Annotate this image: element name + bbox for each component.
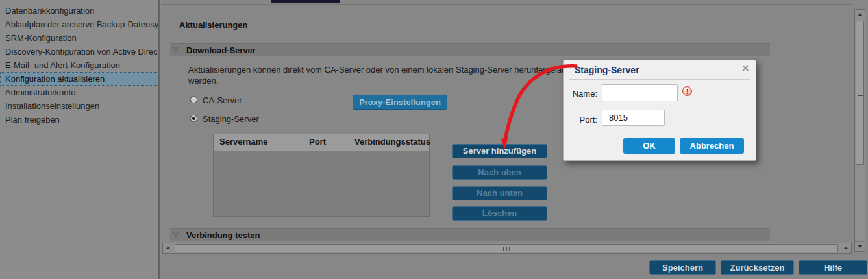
scroll-up-arrow-icon[interactable]: ▲	[855, 10, 865, 19]
radio-label: CA-Server	[203, 95, 242, 105]
column-header-verbindungsstatus: Verbindungsstatus	[354, 137, 430, 147]
staging-server-table: Servername Port Verbindungsstatus	[213, 134, 430, 217]
sidebar-item-installationseinstellungen[interactable]: Installationseinstellungen	[0, 99, 158, 113]
section-label: Verbindung testen	[186, 230, 260, 240]
add-server-button[interactable]: Server hinzufügen	[452, 144, 547, 158]
section-header-verbindung-testen[interactable]: ▽ Verbindung testen	[170, 228, 770, 241]
vertical-scrollbar[interactable]: ▲ ▼	[854, 9, 865, 252]
vertical-scrollbar-thumb[interactable]	[856, 21, 864, 165]
collapse-triangle-icon: ▽	[173, 230, 179, 237]
port-field-label: Port:	[567, 115, 597, 125]
ok-button[interactable]: OK	[623, 138, 675, 154]
close-icon[interactable]: ×	[741, 62, 750, 74]
staging-server-dialog: Staging-Server × Name: ! Port: OK Abbrec…	[563, 60, 756, 161]
delete-server-button[interactable]: Löschen	[452, 206, 547, 221]
section-header-download-server[interactable]: ▽ Download-Server	[170, 43, 770, 56]
top-tab-remnant	[271, 0, 340, 3]
port-input[interactable]	[602, 110, 665, 126]
sidebar-item-ablaufplan[interactable]: Ablaufplan der arcserve Backup-Datensync	[0, 18, 158, 31]
name-input[interactable]	[602, 84, 678, 101]
sidebar-item-discovery-konfiguration[interactable]: Discovery-Konfiguration von Active Direc…	[0, 45, 158, 58]
dialog-title: Staging-Server	[575, 65, 639, 75]
reset-button[interactable]: Zurücksetzen	[721, 260, 794, 275]
dialog-separator	[569, 79, 750, 80]
proxy-settings-button[interactable]: Proxy-Einstellungen	[353, 95, 447, 110]
radio-circle-icon	[190, 96, 197, 103]
name-field-label: Name:	[567, 89, 597, 99]
content-top-border	[161, 4, 852, 5]
horizontal-scrollbar-thumb[interactable]	[175, 244, 838, 252]
help-button[interactable]: Hilfe	[799, 260, 867, 275]
scroll-down-arrow-icon[interactable]: ▼	[855, 241, 865, 251]
sidebar-item-datenbankkonfiguration[interactable]: Datenbankkonfiguration	[0, 4, 158, 18]
radio-circle-selected-icon	[190, 115, 197, 122]
horizontal-scrollbar[interactable]: ◄ ►	[162, 243, 852, 254]
move-up-button[interactable]: Nach oben	[452, 165, 547, 180]
download-server-description: Aktualisierungen können direkt vom CA-Se…	[188, 64, 591, 86]
cancel-button[interactable]: Abbrechen	[680, 138, 744, 154]
move-down-button[interactable]: Nach unten	[452, 186, 547, 200]
config-sidebar: Datenbankkonfiguration Ablaufplan der ar…	[0, 0, 160, 279]
radio-label: Staging-Server	[203, 114, 259, 124]
validation-error-icon: !	[682, 86, 692, 96]
sidebar-item-konfiguration-aktualisieren[interactable]: Konfiguration aktualisieren	[0, 72, 158, 86]
table-header-row: Servername Port Verbindungsstatus	[214, 134, 429, 151]
sidebar-list: Datenbankkonfiguration Ablaufplan der ar…	[0, 0, 158, 127]
sidebar-item-email-alert[interactable]: E-Mail- und Alert-Konfiguration	[0, 58, 158, 72]
scrollbar-grip	[858, 90, 863, 96]
section-label: Download-Server	[186, 45, 256, 55]
scrollbar-grip	[503, 247, 510, 251]
column-header-servername: Servername	[219, 137, 267, 147]
scroll-left-arrow-icon[interactable]: ◄	[163, 243, 173, 253]
save-button[interactable]: Speichern	[649, 260, 716, 275]
sidebar-item-administratorkonto[interactable]: Administratorkonto	[0, 86, 158, 99]
scroll-right-arrow-icon[interactable]: ►	[841, 243, 851, 253]
page-title: Aktualisierungen	[179, 20, 247, 30]
app-window: Datenbankkonfiguration Ablaufplan der ar…	[0, 0, 868, 279]
sidebar-item-srm-konfiguration[interactable]: SRM-Konfiguration	[0, 31, 158, 45]
column-header-port: Port	[309, 137, 326, 147]
sidebar-item-plan-freigeben[interactable]: Plan freigeben	[0, 113, 158, 127]
collapse-triangle-icon: ▽	[173, 45, 179, 53]
